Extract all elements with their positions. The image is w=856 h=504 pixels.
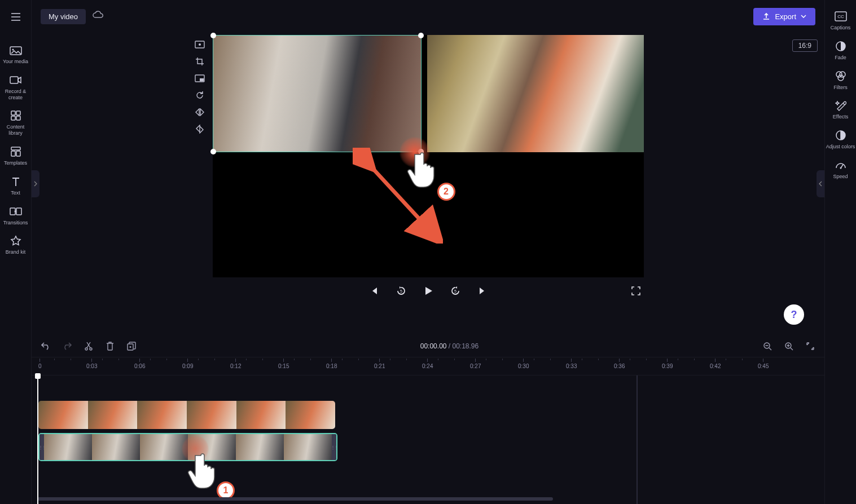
video-canvas[interactable]: 2 [213, 35, 644, 277]
ruler-tick: 0:27 [470, 359, 481, 369]
captions-icon: CC [835, 10, 847, 23]
canvas-clip-right[interactable] [427, 35, 644, 152]
timecode-current: 00:00.00 [420, 342, 447, 350]
sidebar-item-speed[interactable]: Speed [825, 154, 857, 184]
chevron-right-icon [34, 181, 37, 187]
sidebar-item-library[interactable]: Content library [0, 105, 32, 141]
canvas-wrap: 16:9 [32, 33, 824, 335]
pip-tool[interactable] [192, 71, 207, 86]
sidebar-item-templates[interactable]: Templates [0, 141, 32, 171]
menu-button[interactable] [5, 6, 27, 28]
clip-trim-left[interactable] [39, 434, 44, 460]
sidebar-item-text[interactable]: Text [0, 171, 32, 201]
ruler-tick: 0:21 [374, 359, 385, 369]
timeline-scrollbar[interactable] [37, 497, 819, 501]
svg-rect-3 [11, 111, 15, 115]
chevron-down-icon [801, 15, 806, 18]
svg-rect-11 [16, 208, 21, 215]
top-bar: My video Export [32, 0, 824, 33]
redo-button[interactable] [60, 339, 74, 353]
help-button[interactable]: ? [784, 304, 804, 325]
flip-v-tool[interactable] [192, 122, 207, 136]
duplicate-button[interactable] [124, 339, 139, 353]
skip-start-button[interactable] [366, 283, 382, 299]
upload-icon [762, 12, 770, 20]
clip-thumbnails [38, 401, 335, 429]
fullscreen-button[interactable] [628, 283, 644, 299]
ruler-tick: 0:24 [422, 359, 433, 369]
cloud-sync-icon[interactable] [93, 11, 104, 22]
sidebar-item-fade[interactable]: Fade [825, 36, 857, 65]
sidebar-item-effects[interactable]: Effects [825, 95, 857, 125]
svg-rect-2 [10, 77, 18, 83]
resize-handle-bl[interactable] [210, 149, 216, 154]
track-clip-upper[interactable] [38, 401, 335, 429]
rotate-tool[interactable] [192, 88, 207, 103]
svg-rect-6 [16, 116, 20, 120]
timeline-end-marker [636, 375, 638, 504]
svg-text:5: 5 [454, 289, 456, 293]
flip-h-tool[interactable] [192, 105, 207, 120]
svg-rect-7 [11, 147, 20, 150]
resize-handle-tr[interactable] [418, 33, 424, 38]
play-button[interactable] [420, 283, 436, 299]
selection-frame[interactable] [213, 35, 422, 152]
rewind-5-button[interactable]: 5 [393, 283, 409, 299]
adjust-icon [835, 129, 847, 142]
right-panel-toggle[interactable] [817, 170, 824, 197]
canvas-tools [192, 37, 207, 136]
delete-button[interactable] [103, 339, 117, 353]
svg-rect-15 [200, 78, 204, 81]
svg-point-13 [199, 43, 201, 46]
sidebar-item-record[interactable]: Record & create [0, 69, 32, 105]
export-label: Export [775, 12, 796, 21]
forward-5-button[interactable]: 5 [447, 283, 463, 299]
left-panel-toggle[interactable] [32, 170, 39, 197]
svg-rect-8 [11, 151, 15, 156]
sidebar-item-captions[interactable]: CC Captions [825, 6, 857, 36]
canvas-container: 2 [213, 35, 644, 277]
svg-point-29 [838, 75, 844, 81]
crop-tool[interactable] [192, 54, 207, 69]
aspect-ratio-badge[interactable]: 16:9 [792, 39, 818, 52]
svg-rect-5 [11, 116, 15, 120]
sidebar-item-label: Fade [835, 55, 846, 61]
scrollbar-thumb[interactable] [37, 497, 553, 501]
resize-handle-tl[interactable] [210, 33, 216, 38]
timeline-ruler[interactable]: 00:030:060:090:120:150:180:210:240:270:3… [32, 357, 824, 375]
undo-button[interactable] [38, 339, 53, 353]
svg-rect-9 [16, 151, 20, 156]
sidebar-item-label: Effects [833, 114, 848, 120]
sidebar-item-transitions[interactable]: Transitions [0, 201, 32, 231]
sidebar-item-label: Speed [833, 174, 848, 180]
sidebar-item-filters[interactable]: Filters [825, 65, 857, 95]
ruler-tick: 0:39 [662, 359, 673, 369]
fit-timeline-button[interactable] [803, 339, 818, 353]
sidebar-item-label: Record & create [0, 89, 32, 101]
timeline-tracks[interactable]: 1 [32, 375, 824, 504]
transitions-icon [10, 205, 22, 218]
zoom-out-button[interactable] [760, 339, 775, 353]
sidebar-item-adjust[interactable]: Adjust colors [825, 125, 857, 154]
skip-end-button[interactable] [475, 283, 490, 299]
svg-point-28 [840, 72, 845, 77]
sidebar-item-media[interactable]: Your media [0, 39, 32, 69]
editor-body: 16:9 [32, 33, 824, 335]
video-title[interactable]: My video [41, 9, 86, 24]
export-button[interactable]: Export [753, 8, 815, 25]
ruler-tick: 0:18 [326, 359, 337, 369]
timecode-duration: 00:18.96 [453, 342, 479, 350]
playhead[interactable] [37, 375, 38, 504]
sidebar-item-brandkit[interactable]: Brand kit [0, 230, 32, 260]
clip-trim-right[interactable] [332, 434, 336, 460]
effects-icon [835, 99, 847, 112]
annotation-step-2: 2 [437, 183, 455, 201]
split-button[interactable] [81, 339, 96, 353]
brandkit-icon [10, 235, 22, 247]
templates-icon [10, 145, 22, 158]
zoom-in-button[interactable] [782, 339, 796, 353]
fit-tool[interactable] [192, 37, 207, 52]
filters-icon [835, 70, 847, 82]
timeline-toolbar: 00:00.00 / 00:18.96 [32, 335, 824, 357]
media-icon [10, 44, 22, 56]
